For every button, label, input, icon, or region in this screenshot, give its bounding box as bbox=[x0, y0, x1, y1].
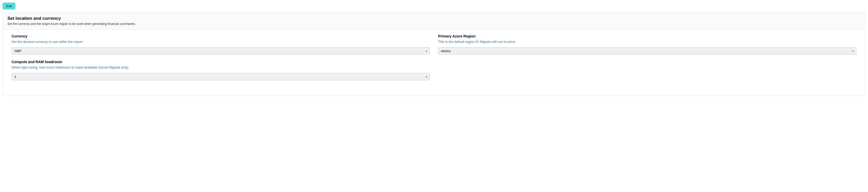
panel-subtitle: Set the currency and the target Azure re… bbox=[7, 22, 861, 26]
headroom-select[interactable]: 1 ▾ bbox=[11, 73, 430, 81]
panel-body: Currency Set the desired currency to use… bbox=[3, 30, 865, 96]
headroom-label: Compute and RAM headroom bbox=[11, 60, 430, 64]
chevron-down-icon: ▾ bbox=[426, 50, 427, 52]
edit-button[interactable]: Edit bbox=[3, 3, 16, 9]
chevron-down-icon: ▾ bbox=[426, 75, 427, 78]
panel-title: Set location and currency bbox=[7, 16, 861, 21]
settings-panel: Set location and currency Set the curren… bbox=[3, 12, 865, 96]
headroom-select-value: 1 bbox=[14, 75, 16, 78]
currency-select-value: GBP bbox=[14, 49, 21, 53]
panel-header: Set location and currency Set the curren… bbox=[3, 12, 865, 30]
region-hint: This is the default region Dr Migrate wi… bbox=[438, 40, 857, 44]
region-label: Primary Azure Region bbox=[438, 34, 857, 38]
region-select[interactable]: eastus ▾ bbox=[438, 47, 857, 55]
currency-hint: Set the desired currency to use within t… bbox=[11, 40, 430, 44]
region-field-group: Primary Azure Region This is the default… bbox=[438, 34, 857, 55]
region-select-value: eastus bbox=[441, 49, 451, 53]
chevron-down-icon: ▾ bbox=[852, 50, 854, 52]
headroom-field-group: Compute and RAM headroom When right-sizi… bbox=[11, 60, 430, 81]
spacer bbox=[438, 60, 857, 86]
currency-label: Currency bbox=[11, 34, 430, 38]
currency-select[interactable]: GBP ▾ bbox=[11, 47, 430, 55]
headroom-hint: When right-sizing, how much headroom to … bbox=[11, 65, 430, 69]
currency-field-group: Currency Set the desired currency to use… bbox=[11, 34, 430, 55]
